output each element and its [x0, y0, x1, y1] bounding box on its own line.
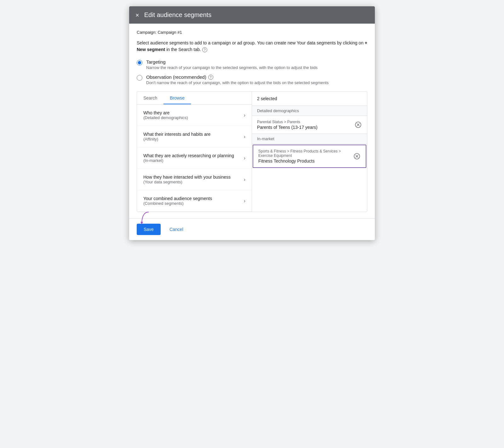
browse-item-2-main: What they are actively researching or pl… [143, 153, 234, 158]
campaign-label: Campaign: Campaign #1 [137, 30, 367, 35]
remove-item-1-icon [354, 153, 360, 159]
right-panel: 2 selected Detailed demographics Parenta… [252, 92, 367, 212]
browse-item-4-sub: (Combined segments) [143, 201, 212, 206]
left-panel: Search Browse Who they are (Detailed dem… [137, 92, 252, 212]
panel-container: Search Browse Who they are (Detailed dem… [137, 91, 367, 212]
selected-item-0: Parental Status > Parents Parents of Tee… [252, 116, 367, 134]
browse-item-1[interactable]: What their interests and habits are (Aff… [137, 126, 252, 147]
selected-item-0-name: Parents of Teens (13-17 years) [257, 125, 318, 130]
section-header-0: Detailed demographics [252, 106, 367, 116]
browse-item-0-sub: (Detailed demographics) [143, 115, 188, 120]
observation-radio[interactable] [137, 75, 142, 81]
description-help-icon[interactable]: ? [202, 47, 207, 52]
browse-item-4-main: Your combined audience segments [143, 196, 212, 201]
save-button[interactable]: Save [137, 224, 161, 235]
tab-search[interactable]: Search [137, 92, 163, 104]
selected-count: 2 selected [252, 92, 367, 106]
chevron-icon-2: › [244, 155, 245, 161]
description-end: in the Search tab. [165, 47, 201, 52]
selected-item-0-path: Parental Status > Parents [257, 120, 318, 124]
chevron-icon-4: › [244, 198, 245, 204]
description-start: Select audience segments to add to a cam… [137, 40, 365, 45]
tab-bar: Search Browse [137, 92, 252, 105]
dialog-title: Edit audience segments [144, 11, 211, 19]
remove-item-1-button[interactable] [353, 152, 361, 160]
browse-items-list: Who they are (Detailed demographics) › W… [137, 105, 252, 212]
close-icon[interactable]: × [135, 12, 139, 18]
dialog-footer: Save Cancel [129, 218, 375, 240]
observation-description: Don't narrow the reach of your campaign,… [146, 80, 329, 85]
browse-item-3-sub: (Your data segments) [143, 180, 231, 184]
browse-item-2[interactable]: What they are actively researching or pl… [137, 147, 252, 169]
targeting-description: Narrow the reach of your campaign to the… [146, 65, 318, 70]
chevron-icon-1: › [244, 134, 245, 140]
browse-item-1-sub: (Affinity) [143, 137, 210, 141]
browse-item-0-main: Who they are [143, 110, 188, 115]
targeting-label: Targeting [146, 59, 318, 65]
dialog-header: × Edit audience segments [129, 6, 375, 24]
selected-item-1: Sports & Fitness > Fitness Products & Se… [253, 145, 366, 168]
radio-group: Targeting Narrow the reach of your campa… [137, 59, 367, 85]
chevron-icon-3: › [244, 177, 245, 182]
observation-label: Observation (recommended) ? [146, 74, 329, 80]
selected-item-1-name: Fitness Technology Products [258, 158, 353, 164]
dialog-body: Campaign: Campaign #1 Select audience se… [129, 24, 375, 218]
browse-item-1-main: What their interests and habits are [143, 132, 210, 137]
chevron-icon-0: › [244, 112, 245, 118]
observation-option: Observation (recommended) ? Don't narrow… [137, 74, 367, 85]
browse-item-3[interactable]: How they have interacted with your busin… [137, 169, 252, 190]
section-header-1: In-market [252, 134, 367, 144]
selected-item-1-path: Sports & Fitness > Fitness Products & Se… [258, 149, 353, 158]
description-text: Select audience segments to add to a cam… [137, 40, 367, 53]
browse-item-0[interactable]: Who they are (Detailed demographics) › [137, 105, 252, 126]
cancel-button[interactable]: Cancel [164, 224, 188, 235]
targeting-radio[interactable] [137, 60, 142, 66]
edit-audience-dialog: × Edit audience segments Campaign: Campa… [129, 6, 375, 240]
remove-item-0-button[interactable] [354, 121, 362, 129]
browse-item-3-main: How they have interacted with your busin… [143, 175, 231, 180]
tab-browse[interactable]: Browse [163, 92, 191, 104]
targeting-option: Targeting Narrow the reach of your campa… [137, 59, 367, 70]
observation-help-icon[interactable]: ? [208, 75, 213, 80]
browse-item-2-sub: (In-market) [143, 158, 234, 163]
browse-item-4[interactable]: Your combined audience segments (Combine… [137, 190, 252, 212]
remove-item-0-icon [355, 122, 361, 128]
